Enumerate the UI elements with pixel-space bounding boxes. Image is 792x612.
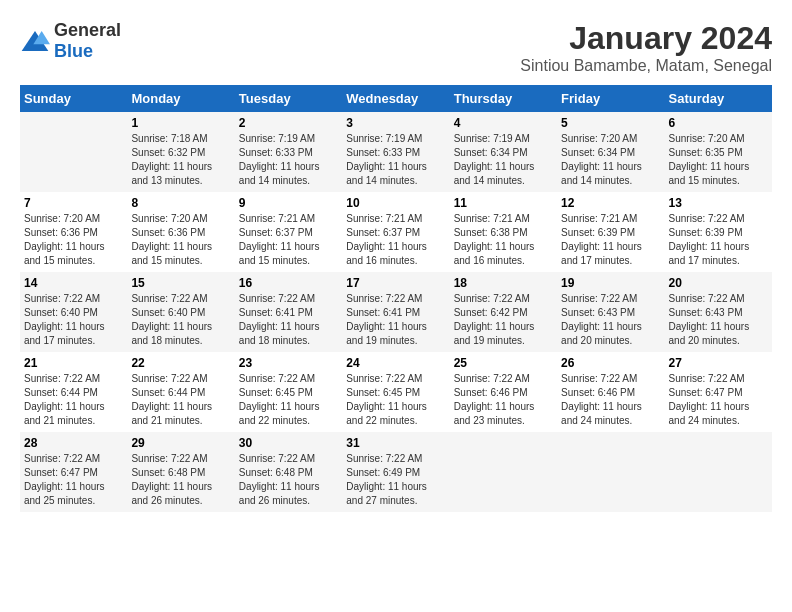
calendar-cell: 14Sunrise: 7:22 AMSunset: 6:40 PMDayligh…: [20, 272, 127, 352]
week-row-0: 1Sunrise: 7:18 AMSunset: 6:32 PMDaylight…: [20, 112, 772, 192]
calendar-cell: 4Sunrise: 7:19 AMSunset: 6:34 PMDaylight…: [450, 112, 557, 192]
day-number: 30: [239, 436, 338, 450]
day-number: 13: [669, 196, 768, 210]
day-number: 14: [24, 276, 123, 290]
day-info: Sunrise: 7:20 AMSunset: 6:36 PMDaylight:…: [131, 212, 230, 268]
day-info: Sunrise: 7:22 AMSunset: 6:40 PMDaylight:…: [24, 292, 123, 348]
calendar-cell: 28Sunrise: 7:22 AMSunset: 6:47 PMDayligh…: [20, 432, 127, 512]
calendar-cell: 7Sunrise: 7:20 AMSunset: 6:36 PMDaylight…: [20, 192, 127, 272]
day-number: 6: [669, 116, 768, 130]
day-number: 29: [131, 436, 230, 450]
day-info: Sunrise: 7:22 AMSunset: 6:42 PMDaylight:…: [454, 292, 553, 348]
day-number: 15: [131, 276, 230, 290]
day-number: 24: [346, 356, 445, 370]
calendar-cell: 9Sunrise: 7:21 AMSunset: 6:37 PMDaylight…: [235, 192, 342, 272]
calendar-cell: 3Sunrise: 7:19 AMSunset: 6:33 PMDaylight…: [342, 112, 449, 192]
day-info: Sunrise: 7:20 AMSunset: 6:34 PMDaylight:…: [561, 132, 660, 188]
day-number: 22: [131, 356, 230, 370]
day-number: 28: [24, 436, 123, 450]
title-area: January 2024 Sintiou Bamambe, Matam, Sen…: [520, 20, 772, 75]
day-number: 3: [346, 116, 445, 130]
day-number: 2: [239, 116, 338, 130]
day-number: 26: [561, 356, 660, 370]
calendar-cell: 23Sunrise: 7:22 AMSunset: 6:45 PMDayligh…: [235, 352, 342, 432]
calendar-cell: 24Sunrise: 7:22 AMSunset: 6:45 PMDayligh…: [342, 352, 449, 432]
location-title: Sintiou Bamambe, Matam, Senegal: [520, 57, 772, 75]
day-number: 11: [454, 196, 553, 210]
day-info: Sunrise: 7:22 AMSunset: 6:47 PMDaylight:…: [669, 372, 768, 428]
day-number: 4: [454, 116, 553, 130]
day-number: 9: [239, 196, 338, 210]
header-day-tuesday: Tuesday: [235, 85, 342, 112]
week-row-1: 7Sunrise: 7:20 AMSunset: 6:36 PMDaylight…: [20, 192, 772, 272]
page-container: General Blue January 2024 Sintiou Bamamb…: [20, 20, 772, 512]
month-title: January 2024: [520, 20, 772, 57]
week-row-4: 28Sunrise: 7:22 AMSunset: 6:47 PMDayligh…: [20, 432, 772, 512]
logo-text: General Blue: [54, 20, 121, 62]
header-day-thursday: Thursday: [450, 85, 557, 112]
day-info: Sunrise: 7:22 AMSunset: 6:47 PMDaylight:…: [24, 452, 123, 508]
day-info: Sunrise: 7:22 AMSunset: 6:41 PMDaylight:…: [239, 292, 338, 348]
day-info: Sunrise: 7:22 AMSunset: 6:45 PMDaylight:…: [346, 372, 445, 428]
day-info: Sunrise: 7:22 AMSunset: 6:45 PMDaylight:…: [239, 372, 338, 428]
calendar-cell: 2Sunrise: 7:19 AMSunset: 6:33 PMDaylight…: [235, 112, 342, 192]
calendar-cell: [557, 432, 664, 512]
day-info: Sunrise: 7:20 AMSunset: 6:35 PMDaylight:…: [669, 132, 768, 188]
calendar-cell: 21Sunrise: 7:22 AMSunset: 6:44 PMDayligh…: [20, 352, 127, 432]
logo-blue: Blue: [54, 41, 93, 61]
calendar-cell: 6Sunrise: 7:20 AMSunset: 6:35 PMDaylight…: [665, 112, 772, 192]
day-number: 12: [561, 196, 660, 210]
calendar-cell: 13Sunrise: 7:22 AMSunset: 6:39 PMDayligh…: [665, 192, 772, 272]
day-number: 10: [346, 196, 445, 210]
calendar-cell: 20Sunrise: 7:22 AMSunset: 6:43 PMDayligh…: [665, 272, 772, 352]
header-day-friday: Friday: [557, 85, 664, 112]
header-day-wednesday: Wednesday: [342, 85, 449, 112]
day-number: 18: [454, 276, 553, 290]
logo-icon: [20, 29, 50, 53]
calendar-cell: 1Sunrise: 7:18 AMSunset: 6:32 PMDaylight…: [127, 112, 234, 192]
calendar-cell: 25Sunrise: 7:22 AMSunset: 6:46 PMDayligh…: [450, 352, 557, 432]
calendar-cell: [665, 432, 772, 512]
calendar-cell: 18Sunrise: 7:22 AMSunset: 6:42 PMDayligh…: [450, 272, 557, 352]
calendar-cell: 5Sunrise: 7:20 AMSunset: 6:34 PMDaylight…: [557, 112, 664, 192]
day-info: Sunrise: 7:22 AMSunset: 6:44 PMDaylight:…: [131, 372, 230, 428]
day-info: Sunrise: 7:20 AMSunset: 6:36 PMDaylight:…: [24, 212, 123, 268]
calendar-cell: 19Sunrise: 7:22 AMSunset: 6:43 PMDayligh…: [557, 272, 664, 352]
day-info: Sunrise: 7:21 AMSunset: 6:38 PMDaylight:…: [454, 212, 553, 268]
day-number: 17: [346, 276, 445, 290]
calendar-cell: [450, 432, 557, 512]
day-info: Sunrise: 7:22 AMSunset: 6:44 PMDaylight:…: [24, 372, 123, 428]
day-info: Sunrise: 7:22 AMSunset: 6:39 PMDaylight:…: [669, 212, 768, 268]
header-day-monday: Monday: [127, 85, 234, 112]
day-info: Sunrise: 7:21 AMSunset: 6:37 PMDaylight:…: [346, 212, 445, 268]
header-day-saturday: Saturday: [665, 85, 772, 112]
day-number: 8: [131, 196, 230, 210]
calendar-cell: 11Sunrise: 7:21 AMSunset: 6:38 PMDayligh…: [450, 192, 557, 272]
day-number: 5: [561, 116, 660, 130]
calendar-cell: 12Sunrise: 7:21 AMSunset: 6:39 PMDayligh…: [557, 192, 664, 272]
calendar-table: SundayMondayTuesdayWednesdayThursdayFrid…: [20, 85, 772, 512]
day-number: 16: [239, 276, 338, 290]
day-info: Sunrise: 7:22 AMSunset: 6:43 PMDaylight:…: [561, 292, 660, 348]
day-info: Sunrise: 7:22 AMSunset: 6:48 PMDaylight:…: [131, 452, 230, 508]
day-info: Sunrise: 7:22 AMSunset: 6:48 PMDaylight:…: [239, 452, 338, 508]
day-number: 21: [24, 356, 123, 370]
day-info: Sunrise: 7:19 AMSunset: 6:33 PMDaylight:…: [239, 132, 338, 188]
logo-general: General: [54, 20, 121, 40]
day-number: 25: [454, 356, 553, 370]
day-info: Sunrise: 7:22 AMSunset: 6:40 PMDaylight:…: [131, 292, 230, 348]
day-info: Sunrise: 7:21 AMSunset: 6:39 PMDaylight:…: [561, 212, 660, 268]
day-info: Sunrise: 7:22 AMSunset: 6:41 PMDaylight:…: [346, 292, 445, 348]
calendar-header: SundayMondayTuesdayWednesdayThursdayFrid…: [20, 85, 772, 112]
calendar-cell: 15Sunrise: 7:22 AMSunset: 6:40 PMDayligh…: [127, 272, 234, 352]
calendar-cell: 31Sunrise: 7:22 AMSunset: 6:49 PMDayligh…: [342, 432, 449, 512]
day-info: Sunrise: 7:22 AMSunset: 6:43 PMDaylight:…: [669, 292, 768, 348]
day-info: Sunrise: 7:22 AMSunset: 6:46 PMDaylight:…: [561, 372, 660, 428]
calendar-body: 1Sunrise: 7:18 AMSunset: 6:32 PMDaylight…: [20, 112, 772, 512]
header: General Blue January 2024 Sintiou Bamamb…: [20, 20, 772, 75]
day-number: 19: [561, 276, 660, 290]
day-number: 7: [24, 196, 123, 210]
week-row-2: 14Sunrise: 7:22 AMSunset: 6:40 PMDayligh…: [20, 272, 772, 352]
day-info: Sunrise: 7:21 AMSunset: 6:37 PMDaylight:…: [239, 212, 338, 268]
calendar-cell: 26Sunrise: 7:22 AMSunset: 6:46 PMDayligh…: [557, 352, 664, 432]
